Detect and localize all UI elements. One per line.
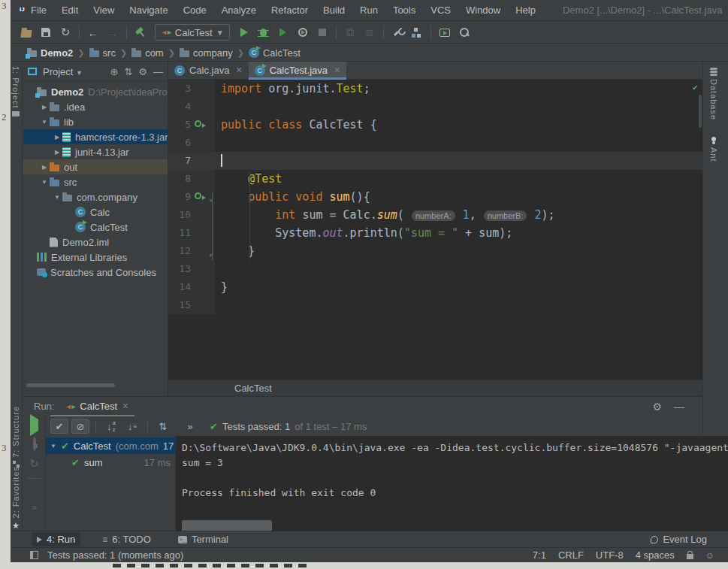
show-ignored-toggle[interactable]: ⊘ (71, 419, 89, 434)
collapse-arrow-icon[interactable]: ▼ (39, 179, 50, 186)
tab-calc-java[interactable]: Calc.java ✕ (168, 62, 249, 79)
editor-vscrollbar[interactable] (699, 95, 702, 128)
test-tree-row-sum[interactable]: ✔ sum 17 ms (46, 454, 175, 471)
code-area[interactable]: 3import org.junit.Test;45public class Ca… (168, 80, 702, 380)
toggle-auto-test-button[interactable]: ↻ (29, 457, 39, 471)
code-line-10[interactable]: 10 int sum = Calc.sum( numberA: 1, numbe… (168, 206, 702, 224)
locate-file-button[interactable]: ⊕ (110, 66, 119, 77)
build-button[interactable] (131, 24, 150, 41)
tool-window-run-button[interactable]: 4: Run (32, 532, 80, 546)
tool-window-structure-button[interactable]: 7: Structure (11, 406, 20, 468)
run-tab-calctest[interactable]: ◄► CalcTest ✕ (65, 401, 128, 412)
code-line-6[interactable]: 6 (168, 134, 702, 152)
open-button[interactable] (17, 24, 36, 41)
inspections-profile-icon[interactable]: ☺ (705, 550, 714, 561)
menu-run[interactable]: Run (352, 0, 385, 20)
tree-item-lib[interactable]: ▼lib (23, 114, 168, 129)
code-line-5[interactable]: 5public class CalcTest { (168, 116, 702, 134)
event-log-button[interactable]: Event Log (651, 534, 728, 545)
menu-window[interactable]: Window (458, 0, 508, 20)
code-line-3[interactable]: 3import org.junit.Test; (168, 80, 702, 98)
run-class-icon[interactable] (195, 120, 201, 127)
menu-help[interactable]: Help (508, 0, 543, 20)
tree-item--idea[interactable]: ▶.idea (23, 99, 168, 114)
hide-panel-button[interactable]: — (153, 66, 163, 77)
breadcrumb-company[interactable]: company (180, 47, 233, 59)
menu-file[interactable]: File (23, 0, 54, 20)
menu-build[interactable]: Build (316, 0, 352, 20)
tree-item-demo2-iml[interactable]: Demo2.iml (23, 235, 168, 250)
unlock-icon[interactable] (687, 554, 693, 559)
project-structure-button[interactable] (407, 24, 427, 41)
code-line-12[interactable]: 12▵ } (168, 242, 702, 260)
toolwindow-toggle-icon[interactable] (30, 551, 38, 559)
project-tree-hscrollbar[interactable] (26, 383, 115, 387)
dump-threads-button[interactable]: ⧈ (360, 24, 379, 41)
tree-item-calc[interactable]: Calc (23, 204, 168, 219)
sync-button[interactable]: ↻ (56, 24, 75, 41)
breadcrumb-demo2[interactable]: Demo2 (27, 47, 73, 59)
minimize-button[interactable]: — (722, 0, 728, 20)
menu-view[interactable]: View (86, 0, 122, 20)
expand-arrow-icon[interactable]: ▶ (52, 134, 62, 141)
more-toolbar-button[interactable]: » (181, 419, 199, 434)
close-tab-icon[interactable]: ✕ (334, 65, 340, 75)
breadcrumb-com[interactable]: com (131, 47, 164, 59)
back-button[interactable]: ← (83, 24, 103, 41)
inspection-ok-icon[interactable]: ✔ (693, 82, 698, 92)
attach-debugger-button[interactable]: ⧉ (340, 24, 360, 41)
status-message[interactable]: Tests passed: 1 (moments ago) (47, 549, 183, 561)
sort-by-duration-button[interactable]: ↓≡ (123, 419, 141, 434)
coverage-button[interactable] (273, 24, 293, 41)
close-tab-icon[interactable]: ✕ (235, 65, 242, 75)
line-ending[interactable]: CRLF (558, 549, 584, 561)
sort-alphabetically-button[interactable]: ↓az (102, 419, 120, 434)
code-line-13[interactable]: 13 (168, 260, 702, 278)
expand-arrow-icon[interactable]: ▶ (52, 149, 62, 156)
tree-item-com-company[interactable]: ▼com.company (23, 189, 168, 204)
rerun-failed-button[interactable] (33, 438, 36, 449)
expand-collapse-button[interactable]: ⇅ (154, 419, 172, 434)
run-test-icon[interactable] (195, 192, 201, 199)
collapse-all-button[interactable]: ⇅ (124, 66, 132, 77)
collapse-arrow-icon[interactable]: ▼ (39, 119, 50, 126)
menu-analyze[interactable]: Analyze (214, 0, 264, 20)
menu-tools[interactable]: Tools (385, 0, 423, 20)
expand-arrow-icon[interactable]: ▶ (39, 164, 50, 171)
tree-item-hamcrest-core-1-3-jar[interactable]: ▶hamcrest-core-1.3.jar (23, 129, 168, 144)
profiler-button[interactable] (293, 24, 313, 41)
tree-item-out[interactable]: ▶out (23, 159, 168, 174)
tool-window-project-button[interactable]: 1: Project (11, 66, 20, 117)
menu-code[interactable]: Code (176, 0, 214, 20)
stop-button[interactable] (313, 24, 332, 41)
code-line-4[interactable]: 4 (168, 98, 702, 116)
run-button[interactable] (234, 24, 254, 41)
code-line-15[interactable]: 15 (168, 296, 702, 314)
code-line-9[interactable]: 9▿ public void sum(){ (168, 188, 702, 206)
tool-window-favorites-button[interactable]: 2: Favorites ★ (11, 466, 20, 531)
tab-calctest-java[interactable]: CalcTest.java ✕ (249, 62, 347, 79)
code-line-14[interactable]: 14} (168, 278, 702, 296)
tree-item-calctest[interactable]: CalcTest (23, 219, 168, 235)
save-button[interactable] (36, 24, 56, 41)
more-actions-button[interactable]: » (32, 501, 37, 513)
run-console[interactable]: D:\Software\Java\JDK9.0.4\bin\java.exe -… (176, 436, 728, 538)
indent-setting[interactable]: 4 spaces (636, 549, 675, 561)
settings-button[interactable] (388, 24, 407, 41)
tool-window-terminal-button[interactable]: >_ Terminal (173, 532, 234, 546)
menu-navigate[interactable]: Navigate (122, 0, 175, 20)
code-line-11[interactable]: 11 System.out.println("sum = " + sum); (168, 224, 702, 242)
caret-position[interactable]: 7:1 (533, 549, 546, 561)
menu-vcs[interactable]: VCS (423, 0, 458, 20)
tool-window-database-button[interactable]: Database (709, 68, 718, 120)
tool-window-ant-button[interactable]: Ant (709, 137, 718, 162)
rerun-button[interactable] (30, 419, 38, 431)
breadcrumb-class[interactable]: CalcTest (234, 383, 272, 394)
tree-item-src[interactable]: ▼src (23, 174, 168, 189)
menu-edit[interactable]: Edit (54, 0, 86, 20)
close-run-tab-icon[interactable]: ✕ (122, 401, 128, 411)
tree-item-junit-4-13-jar[interactable]: ▶junit-4.13.jar (23, 144, 168, 159)
forward-button[interactable]: → (103, 24, 122, 41)
code-line-7[interactable]: 7 (168, 152, 702, 170)
expand-arrow-icon[interactable]: ▼ (50, 443, 56, 449)
